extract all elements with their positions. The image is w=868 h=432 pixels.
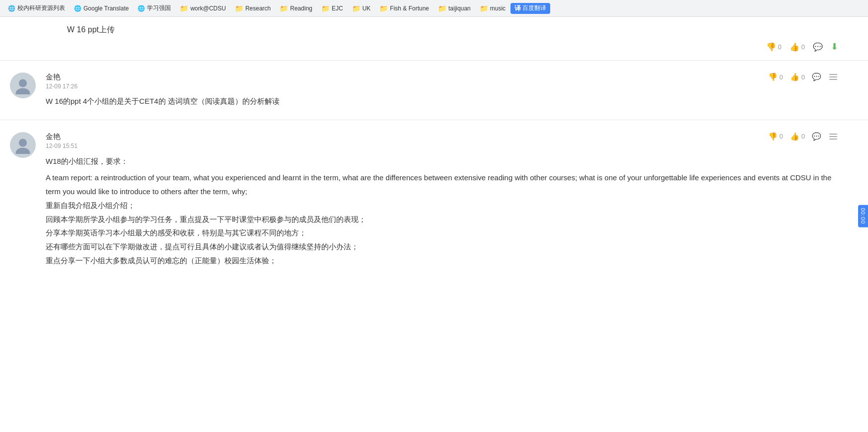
svg-point-0 [19,79,27,87]
comment-text-2: W18的小组汇报，要求：A team report: a reintroduct… [46,154,838,268]
vote-down-icon-2: 👎 [768,132,778,141]
svg-point-3 [16,147,30,154]
post1-vote-up[interactable]: 👍 0 [790,72,805,81]
comment-icon-1: 💬 [812,72,821,81]
vote-down-count-1: 0 [780,73,783,81]
comment-body-1: 金艳 12-09 17:26 👎 0 👍 0 💬 [46,72,838,108]
vote-up-icon: 👍 [790,42,799,52]
bookmark-music[interactable]: 📁 music [476,3,509,13]
baidu-translate-button[interactable]: 译 百度翻译 [510,3,550,14]
vote-down-count-2: 0 [780,133,783,140]
comment-button[interactable]: 💬 [813,42,823,52]
vote-up-count-2: 0 [801,133,805,140]
comment-text-1: W 16的ppt 4个小组的是关于CET4的 选词填空（阅读真题）的分析解读 [46,95,838,108]
svg-point-1 [16,88,30,94]
first-post-actions: 👎 0 👍 0 💬 ⬇ [67,41,838,52]
folder-icon-8: 📁 [480,4,488,12]
post2-comment[interactable]: 💬 [812,132,821,141]
folder-icon-3: 📁 [280,4,288,12]
bookmark-work-cdsu[interactable]: 📁 work@CDSU [176,3,230,13]
post2-vote-up[interactable]: 👍 0 [790,132,805,141]
globe-icon-2: 🌐 [74,5,81,12]
vote-down-count: 0 [778,43,782,51]
download-icon: ⬇ [831,41,838,52]
post1-menu[interactable] [828,73,838,81]
comment-post-1: 金艳 12-09 17:26 👎 0 👍 0 💬 [0,61,868,120]
folder-icon-7: 📁 [438,4,446,12]
timer-badge[interactable]: 00:00 [858,205,868,227]
comment-actions-2: 👎 0 👍 0 💬 [768,132,838,141]
bookmark-fish-fortune[interactable]: 📁 Fish & Fortune [375,3,433,13]
bookmarks-bar: 🌐 校内科研资源列表 🌐 Google Translate 🌐 学习强国 📁 w… [0,0,868,17]
folder-icon-5: 📁 [352,4,361,12]
folder-icon-2: 📁 [235,4,243,12]
bookmark-uk[interactable]: 📁 UK [348,3,375,13]
vote-up-button[interactable]: 👍 0 [790,42,805,52]
bookmark-taijiquan[interactable]: 📁 taijiquan [434,3,475,13]
post2-menu[interactable] [828,133,838,141]
bookmark-ejc[interactable]: 📁 EJC [317,3,347,13]
folder-icon-4: 📁 [321,4,330,12]
user-info-2: 金艳 12-09 15:51 [46,132,77,149]
vote-down-button[interactable]: 👎 0 [766,42,782,52]
folder-icon-6: 📁 [379,4,388,12]
username-1: 金艳 [46,72,77,82]
vote-up-icon-2: 👍 [790,132,799,141]
post1-comment[interactable]: 💬 [812,72,821,81]
globe-icon-3: 🌐 [138,5,145,12]
comment-body-2: 金艳 12-09 15:51 👎 0 👍 0 💬 [46,132,838,268]
bookmark-google-translate[interactable]: 🌐 Google Translate [70,4,133,13]
vote-up-icon-1: 👍 [790,72,799,81]
user-info-1: 金艳 12-09 17:26 [46,72,77,90]
vote-up-count-1: 0 [801,73,805,81]
vote-down-icon: 👎 [766,42,776,52]
bookmark-reading[interactable]: 📁 Reading [276,3,316,13]
vote-up-count: 0 [801,43,805,51]
main-content: W 16 ppt上传 👎 0 👍 0 💬 ⬇ [0,17,868,280]
comment-header-1: 金艳 12-09 17:26 👎 0 👍 0 💬 [46,72,838,90]
comment-icon: 💬 [813,42,823,52]
first-post-title: W 16 ppt上传 [67,25,838,35]
avatar-1 [10,72,36,98]
comment-header-2: 金艳 12-09 15:51 👎 0 👍 0 💬 [46,132,838,149]
comment-icon-2: 💬 [812,132,821,141]
date-2: 12-09 15:51 [46,143,77,149]
post1-vote-down[interactable]: 👎 0 [768,72,783,81]
date-1: 12-09 17:26 [46,83,77,90]
globe-icon-1: 🌐 [8,5,15,12]
svg-point-2 [19,139,27,146]
folder-icon-1: 📁 [180,4,188,12]
bookmark-xuexiqiangguo[interactable]: 🌐 学习强国 [134,3,175,13]
download-button[interactable]: ⬇ [831,41,838,52]
bookmark-research[interactable]: 📁 Research [231,3,275,13]
vote-down-icon-1: 👎 [768,72,778,81]
post2-vote-down[interactable]: 👎 0 [768,132,783,141]
username-2: 金艳 [46,132,77,142]
bookmark-neiyuan[interactable]: 🌐 校内科研资源列表 [4,3,69,13]
translate-icon: 译 [514,4,521,13]
comment-actions-1: 👎 0 👍 0 💬 [768,72,838,81]
avatar-2 [10,132,36,158]
comment-post-2: 金艳 12-09 15:51 👎 0 👍 0 💬 [0,120,868,280]
